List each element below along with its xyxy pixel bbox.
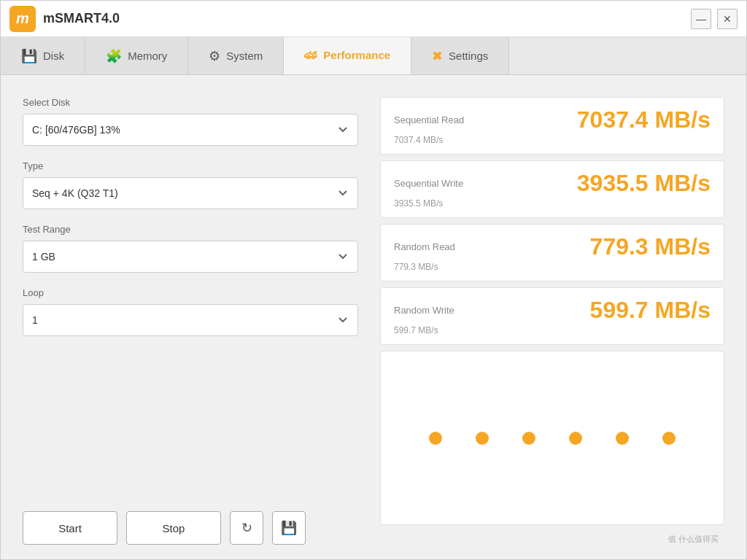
- disk-icon: 💾: [21, 48, 37, 64]
- main-content: Select Disk C: [60/476GB] 13% Type Seq +…: [1, 75, 746, 559]
- rand-read-number: 779.3: [590, 233, 649, 260]
- seq-write-sub: 3935.5 MB/s: [394, 198, 711, 209]
- memory-icon: 🧩: [106, 48, 122, 64]
- tab-settings-label: Settings: [449, 50, 488, 62]
- refresh-icon: ↻: [241, 520, 252, 536]
- dot-5: [616, 432, 629, 445]
- seq-write-value: 3935.5 MB/s: [577, 170, 711, 197]
- seq-read-value: 7037.4 MB/s: [577, 106, 711, 133]
- sequential-read-card: Sequential Read 7037.4 MB/s 7037.4 MB/s: [380, 97, 724, 155]
- title-bar: m mSMART4.0 — ✕: [1, 1, 746, 37]
- type-dropdown[interactable]: Seq + 4K (Q32 T1): [23, 177, 358, 209]
- start-button[interactable]: Start: [23, 511, 117, 545]
- system-icon: ⚙: [209, 48, 220, 64]
- tab-performance[interactable]: 🏎 Performance: [284, 37, 411, 74]
- rand-read-label: Random Read: [394, 241, 455, 252]
- title-bar-left: m mSMART4.0: [9, 6, 120, 32]
- tab-memory-label: Memory: [128, 50, 167, 62]
- performance-icon: 🏎: [304, 47, 317, 63]
- rand-write-number: 599.7: [590, 297, 649, 323]
- minimize-button[interactable]: —: [691, 9, 711, 29]
- left-panel: Select Disk C: [60/476GB] 13% Type Seq +…: [23, 97, 358, 545]
- watermark: 值 什么值得买: [380, 531, 724, 545]
- tab-system[interactable]: ⚙ System: [188, 37, 284, 74]
- tab-performance-label: Performance: [323, 49, 390, 61]
- tab-disk-label: Disk: [43, 50, 64, 62]
- action-buttons: Start Stop ↻ 💾: [23, 497, 358, 545]
- tab-memory[interactable]: 🧩 Memory: [85, 37, 188, 74]
- right-panel: Sequential Read 7037.4 MB/s 7037.4 MB/s …: [380, 97, 724, 545]
- save-icon: 💾: [281, 520, 297, 536]
- rand-read-sub: 779.3 MB/s: [394, 262, 711, 272]
- tab-settings[interactable]: ✖ Settings: [411, 37, 509, 74]
- tab-bar: 💾 Disk 🧩 Memory ⚙ System 🏎 Performance ✖…: [1, 37, 746, 75]
- rand-write-value: 599.7 MB/s: [590, 297, 711, 324]
- tab-disk[interactable]: 💾 Disk: [1, 37, 85, 74]
- select-disk-label: Select Disk: [23, 97, 358, 108]
- close-button[interactable]: ✕: [717, 9, 738, 29]
- dot-4: [569, 432, 582, 445]
- seq-write-top: Sequential Write 3935.5 MB/s: [394, 170, 711, 197]
- dot-3: [522, 432, 535, 445]
- seq-read-top: Sequential Read 7037.4 MB/s: [394, 106, 711, 133]
- loop-dropdown[interactable]: 1: [23, 304, 358, 336]
- dot-1: [429, 432, 442, 445]
- app-logo: m: [9, 6, 36, 32]
- refresh-button[interactable]: ↻: [230, 511, 263, 545]
- loop-label: Loop: [23, 287, 358, 298]
- logo-m-text: m: [16, 10, 29, 27]
- type-label: Type: [23, 160, 358, 171]
- rand-read-top: Random Read 779.3 MB/s: [394, 233, 711, 260]
- test-range-label: Test Range: [23, 224, 358, 235]
- rand-write-top: Random Write 599.7 MB/s: [394, 297, 711, 324]
- app-window: m mSMART4.0 — ✕ 💾 Disk 🧩 Memory ⚙ System…: [0, 0, 747, 560]
- seq-read-number: 7037.4: [577, 106, 649, 133]
- rand-write-sub: 599.7 MB/s: [394, 325, 711, 335]
- app-title: mSMART4.0: [43, 11, 120, 26]
- seq-read-sub: 7037.4 MB/s: [394, 135, 711, 145]
- rand-read-unit: MB/s: [649, 233, 711, 260]
- dot-2: [476, 432, 489, 445]
- seq-write-unit: MB/s: [649, 170, 711, 196]
- stop-button[interactable]: Stop: [126, 511, 221, 545]
- random-write-card: Random Write 599.7 MB/s 599.7 MB/s: [380, 287, 724, 345]
- tab-system-label: System: [226, 50, 263, 62]
- rand-write-label: Random Write: [394, 305, 454, 316]
- sequential-write-card: Sequential Write 3935.5 MB/s 3935.5 MB/s: [380, 160, 724, 218]
- rand-read-value: 779.3 MB/s: [590, 233, 711, 260]
- random-read-card: Random Read 779.3 MB/s 779.3 MB/s: [380, 224, 724, 281]
- loop-group: Loop 1: [23, 287, 358, 336]
- seq-write-label: Sequential Write: [394, 178, 463, 189]
- select-disk-dropdown[interactable]: C: [60/476GB] 13%: [23, 114, 358, 146]
- seq-write-number: 3935.5: [577, 170, 649, 196]
- dot-6: [662, 432, 676, 445]
- settings-icon: ✖: [432, 48, 443, 64]
- dots-card: [380, 351, 724, 525]
- rand-write-unit: MB/s: [649, 297, 711, 323]
- title-bar-controls: — ✕: [691, 9, 738, 29]
- select-disk-group: Select Disk C: [60/476GB] 13%: [23, 97, 358, 146]
- type-group: Type Seq + 4K (Q32 T1): [23, 160, 358, 209]
- seq-read-unit: MB/s: [649, 106, 711, 133]
- save-button[interactable]: 💾: [272, 511, 306, 545]
- seq-read-label: Sequential Read: [394, 114, 464, 125]
- test-range-group: Test Range 1 GB: [23, 224, 358, 273]
- test-range-dropdown[interactable]: 1 GB: [23, 241, 358, 273]
